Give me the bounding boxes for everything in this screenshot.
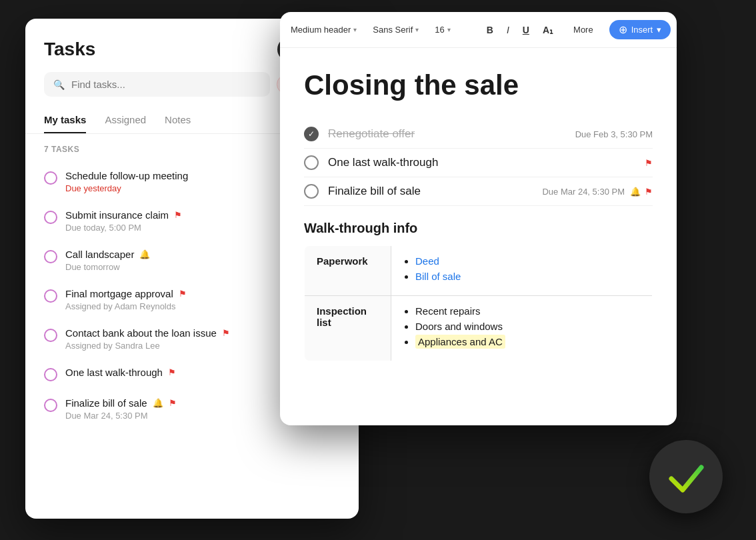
style-selector[interactable]: Medium header ▾: [291, 25, 357, 35]
task-checkbox[interactable]: [44, 289, 57, 303]
italic-button[interactable]: I: [503, 23, 513, 37]
style-label: Medium header: [291, 25, 351, 35]
task-name: Final mortgage approval: [65, 288, 173, 299]
editor-task-row: Renegotiate offer Due Feb 3, 5:30 PM: [304, 120, 653, 149]
flag-icon: ⚑: [645, 158, 653, 168]
search-bar: 🔍: [44, 72, 270, 97]
editor-panel: Medium header ▾ Sans Serif ▾ 16 ▾ B I U …: [280, 12, 677, 425]
flag-icon: ⚑: [179, 289, 187, 299]
tab-notes[interactable]: Notes: [165, 107, 191, 133]
insert-button[interactable]: ⊕ Insert ▾: [609, 20, 671, 39]
task-checkbox[interactable]: [44, 399, 57, 412]
checkmark-bubble: [649, 440, 723, 513]
task-name: Submit insurance claim: [65, 209, 169, 221]
size-label: 16: [435, 25, 444, 35]
task-checkbox[interactable]: [304, 155, 319, 170]
bold-button[interactable]: B: [483, 23, 497, 37]
editor-content: Closing the sale Renegotiate offer Due F…: [280, 48, 677, 383]
chevron-down-icon: ▾: [353, 26, 357, 33]
size-selector[interactable]: 16 ▾: [435, 25, 450, 35]
task-name: Finalize bill of sale: [65, 397, 147, 409]
search-icon: 🔍: [53, 79, 65, 90]
list-item: Recent repairs: [415, 305, 640, 317]
editor-task-row: Finalize bill of sale Due Mar 24, 5:30 P…: [304, 177, 653, 206]
bell-icon: 🔔: [630, 187, 641, 197]
deed-link[interactable]: Deed: [415, 255, 439, 267]
text-size-button[interactable]: A₁: [539, 23, 557, 37]
list-item: Appliances and AC: [415, 336, 640, 347]
task-name: One last walk-through: [65, 367, 163, 378]
task-checkbox-done[interactable]: [304, 127, 319, 141]
task-checkbox[interactable]: [44, 250, 57, 263]
underline-button[interactable]: U: [519, 23, 533, 37]
more-button[interactable]: More: [573, 25, 593, 35]
flag-icon: ⚑: [169, 398, 177, 408]
bell-icon: 🔔: [153, 398, 163, 408]
task-text: Renegotiate offer: [328, 127, 575, 141]
insert-label: Insert: [631, 25, 653, 35]
bell-icon: 🔔: [139, 249, 150, 259]
editor-toolbar: Medium header ▾ Sans Serif ▾ 16 ▾ B I U …: [280, 12, 677, 48]
tab-my-tasks[interactable]: My tasks: [44, 107, 86, 133]
flag-icon: ⚑: [168, 367, 176, 377]
table-row: Paperwork Deed Bill of sale: [305, 246, 653, 296]
highlighted-item: Appliances and AC: [415, 335, 505, 349]
doc-title: Closing the sale: [304, 69, 653, 101]
info-table: Paperwork Deed Bill of sale Inspection l…: [304, 245, 653, 361]
flag-icon: ⚑: [174, 210, 182, 220]
task-checkbox[interactable]: [304, 184, 319, 199]
task-name: Contact bank about the loan issue: [65, 327, 217, 339]
chevron-down-icon: ▾: [657, 25, 661, 35]
plus-icon: ⊕: [619, 23, 627, 36]
font-selector[interactable]: Sans Serif ▾: [373, 25, 419, 35]
task-text: One last walk-through: [328, 156, 639, 169]
task-checkbox[interactable]: [44, 368, 57, 381]
table-value: Deed Bill of sale: [391, 246, 653, 296]
editor-task-row: One last walk-through ⚑: [304, 149, 653, 177]
tab-assigned[interactable]: Assigned: [105, 107, 146, 133]
checkmark-icon: [665, 455, 708, 499]
search-input[interactable]: [71, 79, 261, 90]
task-checkbox[interactable]: [44, 171, 57, 185]
table-label: Inspection list: [305, 296, 391, 361]
flag-icon: ⚑: [645, 187, 653, 197]
bill-of-sale-link[interactable]: Bill of sale: [415, 271, 461, 282]
chevron-down-icon: ▾: [415, 26, 419, 33]
task-due: Due Feb 3, 5:30 PM: [575, 129, 653, 139]
task-name: Call landscaper: [65, 249, 134, 260]
section-title: Walk-through info: [304, 221, 653, 236]
table-value: Recent repairs Doors and windows Applian…: [391, 296, 653, 361]
list-item: Doors and windows: [415, 321, 640, 332]
table-label: Paperwork: [305, 246, 391, 296]
task-due: Due Mar 24, 5:30 PM: [542, 187, 625, 197]
table-row: Inspection list Recent repairs Doors and…: [305, 296, 653, 361]
tasks-title: Tasks: [44, 39, 95, 60]
task-checkbox[interactable]: [44, 211, 57, 224]
font-label: Sans Serif: [373, 25, 413, 35]
task-text: Finalize bill of sale: [328, 185, 542, 198]
task-checkbox[interactable]: [44, 329, 57, 342]
chevron-down-icon: ▾: [447, 26, 451, 33]
flag-icon: ⚑: [222, 328, 230, 338]
